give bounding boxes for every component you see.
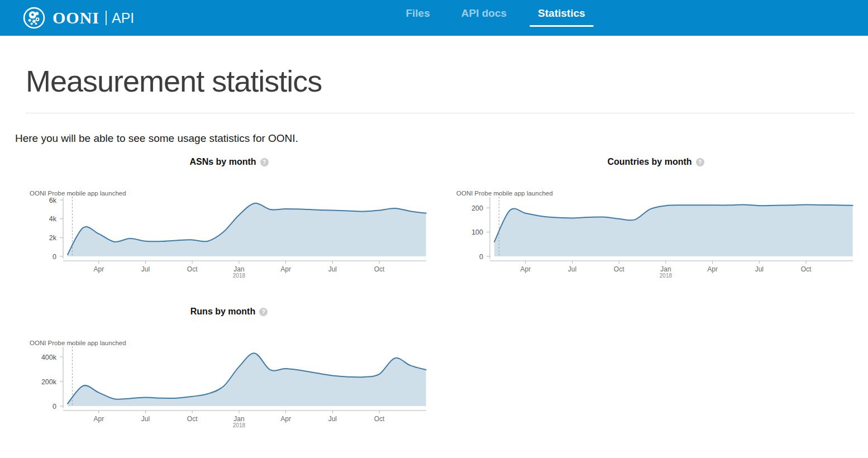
asns-chart[interactable]: 02k4k6kAprJulOctJan2018AprJulOctOONI Pro… [17,188,441,283]
intro-text: Here you will be able to see some usage … [15,132,868,145]
brand-divider [106,11,107,25]
x-tick-label: Jul [141,415,150,423]
y-tick-label: 0 [53,253,56,261]
x-tick-label: Jul [141,265,150,273]
x-tick-label: Apr [280,265,291,273]
charts-grid: ASNs by month? 02k4k6kAprJulOctJan2018Ap… [0,157,868,456]
x-tick-year-label: 2018 [233,422,246,428]
x-tick-label: Jul [755,265,764,273]
runs-chart[interactable]: 0200k400kAprJulOctJan2018AprJulOctOONI P… [17,338,441,433]
brand-name: OONI [53,8,99,27]
page-content: Measurement statistics Here you will be … [0,64,868,456]
x-tick-year-label: 2018 [233,273,246,279]
y-tick-label: 400k [41,354,57,361]
empty-grid-cell [443,307,868,456]
y-tick-label: 0 [53,403,56,411]
x-tick-label: Apr [520,265,531,273]
x-tick-label: Apr [93,415,104,423]
chart-area [68,353,426,406]
x-tick-label: Jan [233,265,244,273]
x-tick-label: Jan [660,265,671,273]
brand-product: API [112,10,134,26]
asns-chart-title: ASNs by month? [17,157,441,167]
runs-chart-title: Runs by month? [17,307,441,317]
x-tick-label: Oct [614,265,624,273]
y-tick-label: 6k [49,197,57,204]
nav-statistics[interactable]: Statistics [530,7,593,27]
chart-title-text: Runs by month [190,307,255,316]
countries-chart-block: Countries by month? 0100200AprJulOctJan2… [443,157,868,283]
x-tick-label: Oct [374,415,385,423]
help-icon[interactable]: ? [260,158,269,166]
chart-annotation: OONI Probe mobile app launched [30,340,126,346]
asns-chart-block: ASNs by month? 02k4k6kAprJulOctJan2018Ap… [17,157,441,283]
brand-home-link[interactable]: OONI API [22,6,134,30]
x-tick-label: Oct [187,265,198,273]
x-tick-label: Apr [280,415,291,423]
help-icon[interactable]: ? [696,158,704,166]
runs-chart-block: Runs by month? 0200k400kAprJulOctJan2018… [17,307,441,433]
x-tick-label: Jul [328,415,337,423]
y-tick-label: 200k [41,378,57,386]
chart-title-text: ASNs by month [189,157,256,166]
help-icon[interactable]: ? [259,308,268,316]
y-tick-label: 0 [479,253,483,261]
x-tick-label: Oct [187,415,198,423]
chart-annotation: OONI Probe mobile app launched [30,190,126,197]
nav-files[interactable]: Files [397,7,438,27]
x-tick-label: Oct [801,265,812,273]
x-tick-label: Apr [93,265,104,273]
y-tick-label: 2k [49,234,57,242]
x-tick-label: Apr [707,265,718,273]
y-tick-label: 100 [471,228,483,236]
x-tick-label: Jul [568,265,576,273]
main-nav: Files API docs Statistics [397,7,593,27]
chart-title-text: Countries by month [607,157,691,166]
chart-annotation: OONI Probe mobile app launched [456,190,553,197]
countries-chart[interactable]: 0100200AprJulOctJan2018AprJulOctOONI Pro… [443,188,868,283]
x-tick-label: Oct [374,265,385,273]
y-tick-label: 4k [49,215,57,223]
chart-area [494,205,853,257]
x-tick-label: Jul [328,265,337,273]
ooni-logo-icon [22,6,46,30]
page-title: Measurement statistics [26,64,868,98]
countries-chart-title: Countries by month? [443,157,868,167]
title-divider [26,113,855,113]
x-tick-year-label: 2018 [660,273,673,279]
app-header: OONI API Files API docs Statistics [0,0,868,36]
y-tick-label: 200 [471,204,483,212]
x-tick-label: Jan [233,415,244,423]
nav-api-docs[interactable]: API docs [453,7,515,27]
